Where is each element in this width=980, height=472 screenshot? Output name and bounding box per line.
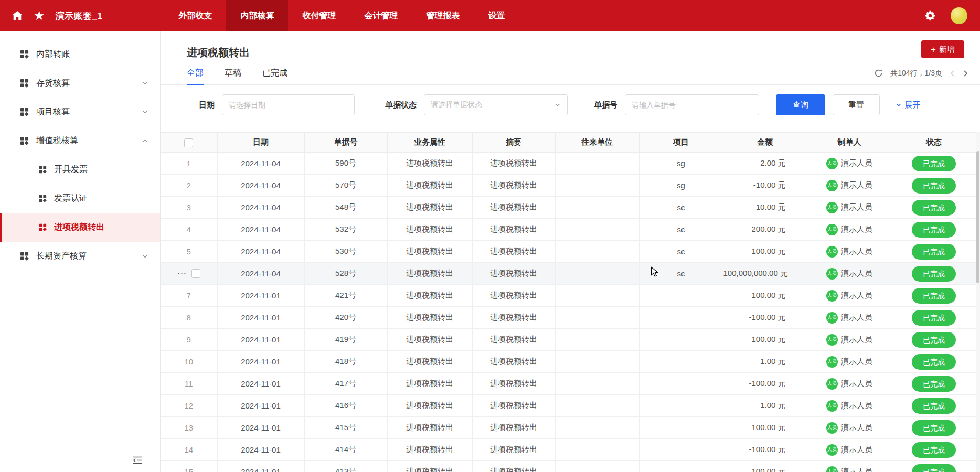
cell-partner — [555, 395, 639, 417]
tab[interactable]: 全部 — [187, 62, 204, 84]
cell-status: 已完成 — [892, 197, 976, 219]
table-row[interactable]: 92024-11-01419号进项税额转出进项税额转出100.00 元人员演示人… — [161, 329, 976, 351]
collapse-sidebar-icon[interactable] — [132, 456, 143, 465]
home-icon[interactable] — [12, 10, 23, 21]
nav-item[interactable]: 会计管理 — [350, 0, 412, 31]
grid-icon — [20, 252, 29, 261]
table-row[interactable]: 132024-11-01415号进项税额转出进项税额转出100.00 元人员演示… — [161, 417, 976, 439]
table-row[interactable]: 142024-11-01414号进项税额转出进项税额转出-100.00 元人员演… — [161, 439, 976, 461]
creator-avatar-icon: 人员 — [826, 422, 838, 434]
table-row[interactable]: 122024-11-01416号进项税额转出进项税额转出1.00 元人员演示人员… — [161, 395, 976, 417]
cell-date: 2024-11-04 — [217, 219, 304, 241]
docno-input[interactable] — [625, 94, 759, 115]
account-name[interactable]: 演示账套_1 — [56, 10, 103, 22]
table-row[interactable]: 42024-11-04532号进项税额转出进项税额转出sc200.00 元人员演… — [161, 219, 976, 241]
sidebar-item[interactable]: 进项税额转出 — [0, 213, 160, 242]
nav-item[interactable]: 内部核算 — [226, 0, 288, 31]
status-badge: 已完成 — [912, 398, 956, 414]
cell-summary: 进项税额转出 — [472, 263, 555, 285]
tab[interactable]: 草稿 — [225, 62, 241, 84]
cell-amount: 100.00 元 — [723, 285, 807, 307]
sidebar-item[interactable]: 长期资产核算 — [0, 242, 160, 271]
prev-page-icon[interactable] — [950, 70, 955, 77]
expand-filters-link[interactable]: 展开 — [896, 100, 920, 110]
sidebar-item[interactable]: 存货核算 — [0, 69, 160, 98]
cell-date: 2024-11-04 — [217, 263, 304, 285]
creator-avatar-icon: 人员 — [826, 334, 838, 346]
nav-item[interactable]: 设置 — [474, 0, 519, 31]
sidebar-item[interactable]: 内部转账 — [0, 40, 160, 69]
cell-project: sc — [639, 241, 723, 263]
cell-doc-no: 416号 — [304, 395, 387, 417]
column-header: 状态 — [892, 133, 976, 153]
nav-item[interactable]: 收付管理 — [288, 0, 350, 31]
cell-project — [639, 329, 723, 351]
cell-date: 2024-11-01 — [217, 351, 304, 373]
add-button-label: 新增 — [939, 45, 955, 55]
cell-amount: 100.00 元 — [723, 241, 807, 263]
table-row[interactable]: 32024-11-04548号进项税额转出进项税额转出sc10.00 元人员演示… — [161, 197, 976, 219]
tab[interactable]: 已完成 — [262, 62, 287, 84]
cell-status: 已完成 — [892, 417, 976, 439]
cell-biz-attr: 进项税额转出 — [387, 439, 472, 461]
table-row[interactable]: 72024-11-01421号进项税额转出进项税额转出100.00 元人员演示人… — [161, 285, 976, 307]
cell-status: 已完成 — [892, 263, 976, 285]
reset-button[interactable]: 重置 — [833, 94, 880, 115]
row-checkbox[interactable] — [191, 269, 200, 278]
table-row[interactable]: 112024-11-01417号进项税额转出进项税额转出-100.00 元人员演… — [161, 373, 976, 395]
cell-project — [639, 307, 723, 329]
row-number: 13 — [161, 417, 217, 439]
filter-bar: 日期 单据状态 请选择单据状态 单据号 查询 重置 展开 — [161, 94, 980, 115]
scrollbar-thumb[interactable] — [976, 151, 979, 283]
date-input[interactable] — [222, 94, 355, 115]
nav-item[interactable]: 外部收支 — [164, 0, 226, 31]
cell-biz-attr: 进项税额转出 — [387, 307, 472, 329]
row-actions-icon[interactable]: ⋯ — [177, 269, 186, 278]
grid-icon — [39, 166, 47, 174]
cell-status: 已完成 — [892, 219, 976, 241]
sidebar-item[interactable]: 开具发票 — [0, 155, 160, 184]
status-badge: 已完成 — [912, 222, 956, 238]
table-row[interactable]: 82024-11-01420号进项税额转出进项税额转出-100.00 元人员演示… — [161, 307, 976, 329]
cell-project: sc — [639, 219, 723, 241]
sidebar-item[interactable]: 增值税核算 — [0, 126, 160, 155]
cell-project — [639, 285, 723, 307]
cell-project: sc — [639, 263, 723, 285]
table-row[interactable]: 52024-11-04530号进项税额转出进项税额转出sc100.00 元人员演… — [161, 241, 976, 263]
table-row[interactable]: 22024-11-04570号进项税额转出进项税额转出sg-10.00 元人员演… — [161, 175, 976, 197]
search-button[interactable]: 查询 — [776, 94, 825, 115]
sidebar-item[interactable]: 项目核算 — [0, 98, 160, 126]
nav-item[interactable]: 管理报表 — [412, 0, 474, 31]
table-row[interactable]: 102024-11-01418号进项税额转出进项税额转出1.00 元人员演示人员… — [161, 351, 976, 373]
cell-biz-attr: 进项税额转出 — [387, 329, 472, 351]
status-select[interactable]: 请选择单据状态 — [424, 94, 568, 115]
column-header: 往来单位 — [555, 133, 639, 153]
cell-amount: 1.00 元 — [723, 395, 807, 417]
table-scrollbar[interactable] — [976, 132, 980, 472]
refresh-icon[interactable] — [874, 69, 883, 78]
table-row[interactable]: 152024-11-01413号进项税额转出进项税额转出100.00 元人员演示… — [161, 461, 976, 472]
table-row[interactable]: ⋯2024-11-04528号进项税额转出进项税额转出sc100,000,000… — [161, 263, 976, 285]
select-all-checkbox[interactable] — [184, 138, 193, 147]
creator-name: 演示人员 — [841, 224, 872, 234]
add-button[interactable]: + 新增 — [921, 40, 964, 58]
cell-creator: 人员演示人员 — [807, 351, 892, 373]
cell-status: 已完成 — [892, 461, 976, 472]
creator-name: 演示人员 — [841, 401, 872, 411]
column-header: 金额 — [723, 133, 807, 153]
cell-date: 2024-11-01 — [217, 307, 304, 329]
cell-date: 2024-11-01 — [217, 329, 304, 351]
row-number: 12 — [161, 395, 217, 417]
cell-summary: 进项税额转出 — [472, 373, 555, 395]
user-avatar[interactable] — [951, 7, 967, 24]
table-row[interactable]: 12024-11-04590号进项税额转出进项税额转出sg2.00 元人员演示人… — [161, 153, 976, 175]
settings-gear-icon[interactable] — [924, 10, 936, 22]
cell-doc-no: 420号 — [304, 307, 387, 329]
favorite-star-icon[interactable]: ★ — [34, 9, 45, 22]
cell-status: 已完成 — [892, 285, 976, 307]
next-page-icon[interactable] — [963, 70, 968, 77]
cell-creator: 人员演示人员 — [807, 461, 892, 472]
sidebar-item-label: 项目核算 — [36, 106, 70, 117]
creator-avatar-icon: 人员 — [826, 268, 838, 280]
sidebar-item[interactable]: 发票认证 — [0, 184, 160, 213]
